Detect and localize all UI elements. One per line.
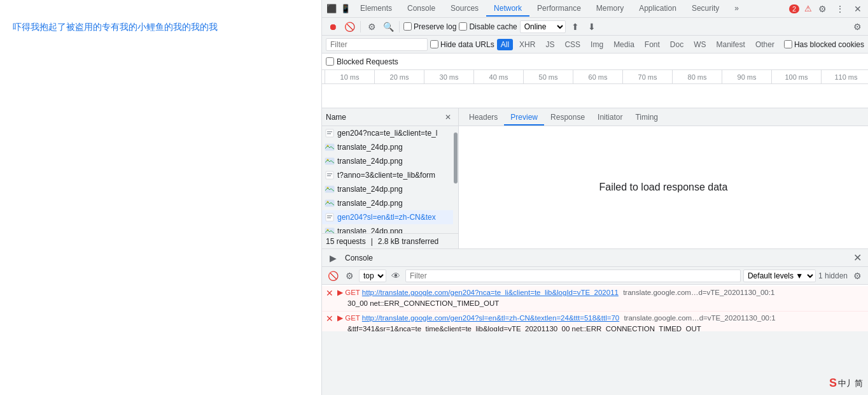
clear-button[interactable]: 🚫 bbox=[342, 20, 356, 34]
tab-console[interactable]: Console bbox=[400, 1, 443, 17]
disable-cache-label: Disable cache bbox=[459, 22, 517, 31]
filter-type-manifest[interactable]: Manifest bbox=[713, 39, 749, 50]
settings-icon[interactable]: ⚙ bbox=[815, 1, 830, 17]
tab-sources[interactable]: Sources bbox=[443, 1, 486, 17]
console-error-row-1[interactable]: ✕ ▶ GET http://translate.google.com/gen2… bbox=[322, 312, 868, 332]
export-icon[interactable]: ⬇ bbox=[585, 20, 599, 34]
throttle-select[interactable]: Online Fast 3G Slow 3G Offline bbox=[520, 20, 566, 33]
disable-cache-checkbox[interactable] bbox=[459, 22, 467, 31]
hide-data-urls-checkbox[interactable] bbox=[430, 40, 438, 48]
console-filter-input[interactable] bbox=[405, 269, 741, 282]
console-level-select[interactable]: Default levels ▼ bbox=[743, 269, 816, 282]
filter-type-xhr[interactable]: XHR bbox=[515, 39, 539, 50]
detail-tabs-bar: Headers Preview Response Initiator Timin… bbox=[459, 108, 868, 126]
filter-type-other[interactable]: Other bbox=[752, 39, 778, 50]
file-list-scrollbar[interactable] bbox=[453, 126, 458, 233]
filter-type-css[interactable]: CSS bbox=[561, 39, 584, 50]
detail-tab-initiator[interactable]: Initiator bbox=[591, 110, 629, 126]
requests-count: 15 requests bbox=[326, 237, 366, 246]
preserve-log-text: Preserve log bbox=[414, 22, 456, 31]
error-url-0[interactable]: http://translate.google.com/gen204?nca=t… bbox=[362, 289, 619, 296]
watermark: S 中丿简 bbox=[829, 377, 863, 390]
file-row-5[interactable]: translate_24dp.png bbox=[322, 196, 453, 210]
device-icon[interactable]: 📱 bbox=[339, 2, 353, 16]
console-toolbar: ▶ Console ✕ bbox=[322, 249, 868, 267]
tab-elements[interactable]: Elements bbox=[353, 1, 400, 17]
detail-body: Failed to load response data bbox=[459, 126, 868, 248]
file-row-0[interactable]: gen204?nca=te_li&client=te_l bbox=[322, 126, 453, 140]
filter-row: Hide data URLs All XHR JS CSS Img Media … bbox=[322, 36, 868, 54]
filter-type-ws[interactable]: WS bbox=[690, 39, 710, 50]
file-list-scrollbar-thumb[interactable] bbox=[454, 133, 458, 183]
devtools-panel: ⬛ 📱 Elements Console Sources Network Per… bbox=[321, 0, 868, 395]
method-label-1: ▶ GET bbox=[337, 314, 362, 322]
filter-type-media[interactable]: Media bbox=[610, 39, 638, 50]
tab-performance[interactable]: Performance bbox=[529, 1, 589, 17]
svg-rect-8 bbox=[327, 173, 332, 175]
detail-tab-preview[interactable]: Preview bbox=[504, 110, 544, 126]
detail-tab-response[interactable]: Response bbox=[544, 110, 591, 126]
record-button[interactable]: ⏺ bbox=[326, 20, 340, 34]
console-filter-icon[interactable]: ⚙ bbox=[342, 269, 356, 283]
file-list-footer: 15 requests | 2.8 kB transferred bbox=[322, 233, 458, 248]
file-row-2[interactable]: translate_24dp.png bbox=[322, 154, 453, 168]
file-row-3[interactable]: t?anno=3&client=te_lib&form bbox=[322, 168, 453, 182]
detail-tab-headers[interactable]: Headers bbox=[463, 110, 504, 126]
tick-20ms: 20 ms bbox=[374, 70, 424, 83]
method-label-0: ▶ GET bbox=[337, 289, 362, 296]
tab-network[interactable]: Network bbox=[486, 1, 529, 17]
devtools-tabs-bar: ⬛ 📱 Elements Console Sources Network Per… bbox=[322, 0, 868, 18]
close-devtools-icon[interactable]: ✕ bbox=[850, 1, 865, 17]
detail-tab-timing[interactable]: Timing bbox=[629, 110, 664, 126]
error-source-0: translate.google.com…d=vTE_20201130_00:1 bbox=[623, 289, 774, 296]
console-close-button[interactable]: ✕ bbox=[850, 251, 864, 265]
timeline-body bbox=[322, 84, 868, 108]
page-content-text: 吓得我抱起了被盗用的专有我的小鲤鱼的我的我的我 bbox=[13, 19, 218, 35]
console-clear-icon[interactable]: 🚫 bbox=[326, 269, 340, 283]
tab-security[interactable]: Security bbox=[684, 1, 727, 17]
console-error-row-0[interactable]: ✕ ▶ GET http://translate.google.com/gen2… bbox=[322, 286, 868, 312]
console-eye-icon[interactable]: 👁 bbox=[389, 269, 403, 283]
console-context-select[interactable]: top bbox=[359, 269, 386, 282]
file-row-6[interactable]: gen204?sl=en&tl=zh-CN&tex bbox=[322, 210, 453, 224]
blocked-requests-checkbox[interactable] bbox=[326, 57, 334, 66]
blocked-requests-label[interactable]: Blocked Requests bbox=[326, 57, 398, 66]
page-background: 吓得我抱起了被盗用的专有我的小鲤鱼的我的我的我 bbox=[0, 0, 321, 395]
filter-input[interactable] bbox=[326, 38, 428, 51]
import-icon[interactable]: ⬆ bbox=[568, 20, 582, 34]
network-toolbar: ⏺ 🚫 ⚙ 🔍 Preserve log Disable cache Onlin… bbox=[322, 18, 868, 36]
disable-cache-text: Disable cache bbox=[469, 22, 517, 31]
name-column-header: Name bbox=[326, 113, 442, 122]
file-row-1[interactable]: translate_24dp.png bbox=[322, 140, 453, 154]
filter-type-img[interactable]: Img bbox=[587, 39, 607, 50]
filter-type-doc[interactable]: Doc bbox=[666, 39, 687, 50]
close-list-icon[interactable]: ✕ bbox=[442, 113, 454, 122]
watermark-text: 中丿简 bbox=[838, 378, 863, 389]
filter-type-font[interactable]: Font bbox=[641, 39, 664, 50]
file-name-5: translate_24dp.png bbox=[337, 199, 451, 208]
tick-10ms: 10 ms bbox=[325, 70, 374, 83]
image-icon-4 bbox=[325, 184, 335, 194]
preserve-log-checkbox[interactable] bbox=[403, 22, 412, 31]
file-row-7[interactable]: translate_24dp.png bbox=[322, 224, 453, 233]
file-row-4[interactable]: translate_24dp.png bbox=[322, 182, 453, 196]
tab-more[interactable]: » bbox=[727, 1, 746, 17]
tab-memory[interactable]: Memory bbox=[589, 1, 631, 17]
file-name-3: t?anno=3&client=te_lib&form bbox=[337, 171, 451, 180]
console-settings-icon[interactable]: ⚙ bbox=[850, 269, 864, 283]
detail-panel: Headers Preview Response Initiator Timin… bbox=[459, 108, 868, 248]
file-name-6: gen204?sl=en&tl=zh-CN&tex bbox=[337, 213, 451, 222]
has-blocked-cookies-checkbox[interactable] bbox=[784, 40, 792, 48]
filter-icon[interactable]: ⚙ bbox=[365, 20, 379, 34]
search-icon[interactable]: 🔍 bbox=[381, 20, 395, 34]
error-url-1[interactable]: http://translate.google.com/gen204?sl=en… bbox=[362, 314, 619, 322]
filter-type-js[interactable]: JS bbox=[542, 39, 558, 50]
network-settings-icon[interactable]: ⚙ bbox=[850, 20, 864, 34]
filter-type-all[interactable]: All bbox=[497, 39, 513, 50]
console-expand-icon[interactable]: ▶ bbox=[326, 251, 340, 265]
tab-application[interactable]: Application bbox=[631, 1, 684, 17]
console-hidden-badge: 1 hidden bbox=[818, 271, 848, 280]
inspect-icon[interactable]: ⬛ bbox=[325, 2, 339, 16]
more-options-icon[interactable]: ⋮ bbox=[832, 1, 848, 17]
file-name-1: translate_24dp.png bbox=[337, 143, 451, 152]
